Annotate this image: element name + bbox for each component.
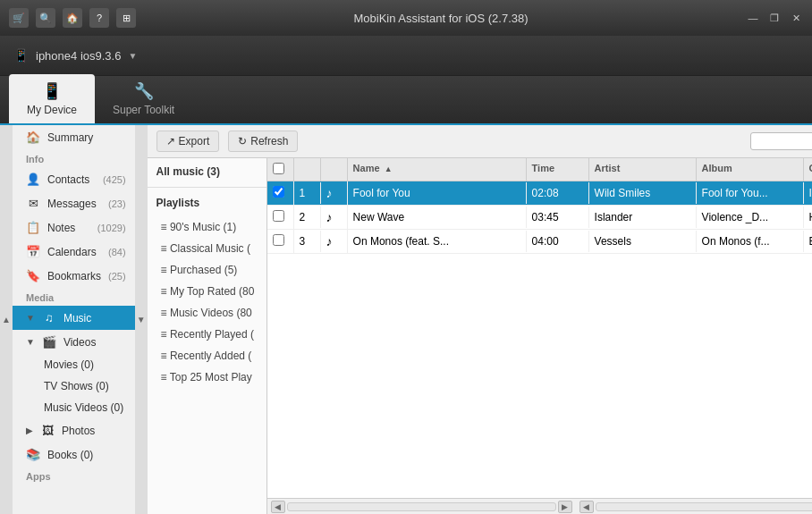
messages-icon: ✉ <box>26 197 40 210</box>
playlist-item-2[interactable]: ≡ Purchased (5) <box>148 259 266 281</box>
window-controls[interactable]: — ❐ ✕ <box>746 11 803 25</box>
minimize-button[interactable]: — <box>746 11 760 25</box>
app-title: MobiKin Assistant for iOS (2.7.38) <box>136 12 746 25</box>
th-num <box>294 158 321 181</box>
row2-time: 03:45 <box>527 206 589 228</box>
search-box[interactable]: 🔍 <box>750 132 812 150</box>
close-button[interactable]: ✕ <box>789 11 803 25</box>
sidebar-item-summary[interactable]: 🏠 Summary <box>13 125 135 149</box>
th-checkbox[interactable] <box>267 158 294 181</box>
refresh-button[interactable]: ↻ Refresh <box>228 131 298 152</box>
th-artist[interactable]: Artist <box>589 158 697 181</box>
select-all-checkbox[interactable] <box>273 163 284 174</box>
notes-count: (1029) <box>97 223 126 233</box>
photos-label: Photos <box>62 425 126 437</box>
videos-expand-icon: ▼ <box>26 337 35 347</box>
contacts-count: (425) <box>103 174 126 185</box>
super-toolkit-icon: 🔧 <box>134 81 154 101</box>
sidebar-item-messages[interactable]: ✉ Messages (23) <box>13 191 135 215</box>
sidebar-item-photos[interactable]: ▶ 🖼 Photos <box>13 418 135 442</box>
sidebar-media-section: Media <box>13 288 135 306</box>
row3-checkbox[interactable] <box>267 230 294 253</box>
refresh-label: Refresh <box>250 135 288 147</box>
home-icon[interactable]: 🏠 <box>63 8 82 28</box>
sidebar-item-movies[interactable]: Movies (0) <box>13 354 135 375</box>
th-name[interactable]: Name ▲ <box>348 158 527 181</box>
sidebar-item-videos[interactable]: ▼ 🎬 Videos <box>13 330 135 354</box>
grid-icon[interactable]: ⊞ <box>116 8 136 28</box>
title-bar-left-icons[interactable]: 🛒 🔍 🏠 ? ⊞ <box>9 8 136 28</box>
playlist-item-7[interactable]: ≡ Top 25 Most Play <box>148 367 266 388</box>
sidebar-item-books[interactable]: 📚 Books (0) <box>13 442 135 467</box>
bookmarks-label: Bookmarks <box>47 270 101 282</box>
table-row[interactable]: 2 ♪ New Wave 03:45 Islander Violence _D.… <box>267 206 812 230</box>
all-music-header[interactable]: All music (3) <box>148 158 266 185</box>
tab-super-toolkit[interactable]: 🔧 Super Toolkit <box>95 74 192 123</box>
scroll-track2[interactable] <box>596 502 812 511</box>
tab-bar: 📱 My Device 🔧 Super Toolkit <box>0 76 812 125</box>
bookmarks-count: (25) <box>108 271 126 282</box>
tab-my-device-label: My Device <box>27 104 77 116</box>
photos-icon: 🖼 <box>40 424 55 437</box>
scroll-left-btn2[interactable]: ◀ <box>579 501 594 513</box>
help-icon[interactable]: ? <box>89 8 109 28</box>
bookmarks-icon: 🔖 <box>26 269 40 282</box>
export-button[interactable]: ↗ Export <box>156 131 220 152</box>
sidebar-item-music-videos[interactable]: Music Videos (0) <box>13 397 135 418</box>
sidebar-apps-section: Apps <box>13 467 135 485</box>
scroll-track[interactable] <box>287 502 556 511</box>
right-panel: ↗ Export ↻ Refresh 🔍 All music (3) Playl… <box>148 125 812 514</box>
videos-label: Videos <box>63 336 126 349</box>
playlist-item-0[interactable]: ≡ 90's Music (1) <box>148 216 266 238</box>
sidebar-item-contacts[interactable]: 👤 Contacts (425) <box>13 167 135 191</box>
books-label: Books (0) <box>47 449 126 461</box>
playlist-item-1[interactable]: ≡ Classical Music ( <box>148 238 266 259</box>
cart-icon[interactable]: 🛒 <box>9 8 29 28</box>
row1-checkbox[interactable] <box>267 181 294 205</box>
playlist-item-3[interactable]: ≡ My Top Rated (80 <box>148 281 266 302</box>
sidebar-item-bookmarks[interactable]: 🔖 Bookmarks (25) <box>13 264 135 288</box>
sidebar-item-music[interactable]: ▼ ♫ Music <box>13 306 135 330</box>
scroll-right-btn[interactable]: ▶ <box>558 501 572 513</box>
row2-album: Violence _D... <box>697 206 804 228</box>
playlist-item-5[interactable]: ≡ Recently Played ( <box>148 324 266 345</box>
sidebar-item-tv-shows[interactable]: TV Shows (0) <box>13 375 135 397</box>
calendars-label: Calendars <box>47 246 101 258</box>
restore-button[interactable]: ❐ <box>767 11 782 25</box>
th-album[interactable]: Album <box>697 158 804 181</box>
playlists-header: Playlists <box>148 190 266 216</box>
table-row[interactable]: 1 ♪ Fool for You 02:08 Wild Smiles Fool … <box>267 181 812 206</box>
search-icon-tb[interactable]: 🔍 <box>36 8 55 28</box>
sidebar-item-notes[interactable]: 📋 Notes (1029) <box>13 215 135 240</box>
row3-album: On Monos (f... <box>697 231 804 252</box>
summary-icon: 🏠 <box>26 131 40 144</box>
sidebar-scroll-down[interactable]: ▼ <box>135 125 148 514</box>
row2-checkbox[interactable] <box>267 206 294 229</box>
playlist-sidebar: All music (3) Playlists ≡ 90's Music (1)… <box>148 158 267 514</box>
music-icon: ♫ <box>42 311 56 324</box>
bottom-scrollbar: ◀ ▶ ◀ ▶ <box>267 498 812 514</box>
playlist-item-4[interactable]: ≡ Music Videos (80 <box>148 302 266 324</box>
device-dropdown-arrow[interactable]: ▼ <box>128 51 137 61</box>
tv-shows-label: TV Shows (0) <box>44 380 109 392</box>
photos-expand-icon: ▶ <box>26 426 33 435</box>
notes-icon: 📋 <box>26 221 40 234</box>
playlist-item-6[interactable]: ≡ Recently Added ( <box>148 345 266 367</box>
row3-artist: Vessels <box>589 231 697 252</box>
sidebar-item-calendars[interactable]: 📅 Calendars (84) <box>13 240 135 264</box>
tab-my-device[interactable]: 📱 My Device <box>9 74 95 123</box>
th-genre[interactable]: Genre <box>804 158 812 181</box>
row2-genre: Hard Rock <box>804 206 812 228</box>
table-row[interactable]: 3 ♪ On Monos (feat. S... 04:00 Vessels O… <box>267 230 812 254</box>
scroll-left-btn[interactable]: ◀ <box>271 501 285 513</box>
messages-count: (23) <box>108 198 126 209</box>
books-icon: 📚 <box>26 448 40 461</box>
toolbar: ↗ Export ↻ Refresh 🔍 <box>148 125 812 158</box>
sidebar: ▲ 🏠 Summary Info 👤 Contacts (425) ✉ Mess… <box>0 125 148 514</box>
movies-label: Movies (0) <box>44 358 94 371</box>
th-time[interactable]: Time <box>527 158 589 181</box>
sidebar-scroll-up[interactable]: ▲ <box>0 125 13 514</box>
search-input[interactable] <box>757 136 812 147</box>
th-name-label: Name <box>353 163 380 173</box>
row3-name: On Monos (feat. S... <box>348 231 527 252</box>
